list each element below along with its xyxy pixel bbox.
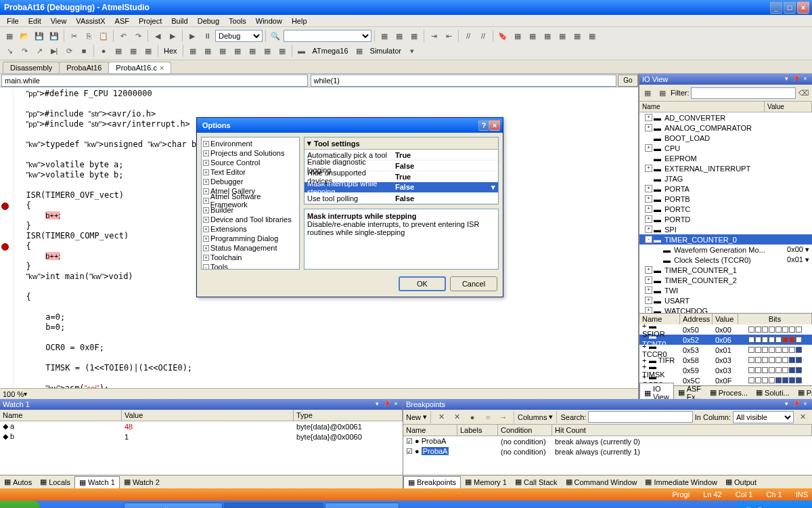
io-tree-node[interactable]: ▬EEPROM — [639, 153, 812, 163]
pin-icon[interactable]: 📌 — [382, 400, 390, 408]
ql-icon[interactable]: ● — [44, 504, 58, 508]
bp-row[interactable]: ☑ ● ProbaA(no condition)break always (cu… — [403, 436, 812, 446]
run-to-cursor-icon[interactable]: ▶| — [47, 44, 61, 58]
menu-file[interactable]: File — [3, 16, 23, 26]
cancel-button[interactable]: Cancel — [450, 276, 497, 291]
config-select[interactable]: Debug — [215, 30, 263, 42]
comment-icon[interactable]: // — [461, 29, 475, 43]
menu-project[interactable]: Project — [135, 16, 166, 26]
options-tree-node[interactable]: +Status Management — [203, 243, 298, 253]
menu-edit[interactable]: Edit — [24, 16, 45, 26]
options-tree-node[interactable]: +Programming Dialog — [203, 234, 298, 243]
io-tree-node[interactable]: +▬WATCHDOG — [639, 305, 812, 313]
tb-icon[interactable]: ▦ — [378, 29, 391, 43]
clear-filter-icon[interactable]: ⌫ — [797, 86, 811, 100]
task-button[interactable]: ▦pusty.jpg - Paint — [325, 503, 399, 508]
filter-icon[interactable]: ▦ — [656, 86, 669, 100]
options-tree-node[interactable]: +Debugger — [203, 177, 298, 186]
register-row[interactable]: +▬ TCCR00x530x01 — [639, 345, 812, 355]
bp-tab[interactable]: ▦Output — [721, 476, 761, 488]
io-tree-node[interactable]: +▬TWI — [639, 285, 812, 295]
step-out-icon[interactable]: ↗ — [32, 44, 46, 58]
breakpoint-dot[interactable] — [1, 203, 9, 210]
zoom-bar[interactable]: 100 % ▾ — [0, 388, 638, 399]
tb-icon[interactable]: ▦ — [112, 44, 125, 58]
watch-tab[interactable]: ▦Autos — [0, 476, 36, 488]
watch-row[interactable]: ◆ a48byte{data}@0x0061 — [0, 421, 403, 431]
bp-col-cond[interactable]: Condition — [498, 425, 552, 436]
io-tree-node[interactable]: +▬ANALOG_COMPARATOR — [639, 123, 812, 133]
filter-input[interactable] — [691, 87, 796, 99]
watch-tab[interactable]: ▦Watch 1 — [74, 476, 120, 488]
ql-icon[interactable]: ● — [89, 504, 102, 508]
io-tree-node[interactable]: ▬JTAG — [639, 173, 812, 184]
io-tab[interactable]: ▦Proces... — [706, 387, 752, 398]
tb-icon[interactable]: ▦ — [585, 29, 599, 43]
io-tab[interactable]: ▦Proper... — [794, 387, 812, 398]
save-all-icon[interactable]: 💾 — [47, 29, 61, 43]
step-over-icon[interactable]: ↷ — [18, 44, 31, 58]
watch-col-value[interactable]: Value — [122, 410, 294, 421]
file-tab[interactable]: Disassembly — [3, 62, 60, 73]
breakpoint-icon[interactable]: ● — [97, 44, 110, 58]
incol-select[interactable]: All visible — [733, 411, 794, 423]
task-button[interactable]: ▦Настройка Atmel Stu... — [124, 503, 223, 508]
dropdown-icon[interactable]: ▾ — [782, 400, 790, 408]
file-tab[interactable]: ProbaAt16.c× — [108, 62, 171, 73]
pause-icon[interactable]: ⏸ — [200, 29, 214, 43]
new-project-icon[interactable]: ▦ — [3, 29, 16, 43]
col-reg-addr[interactable]: Address — [680, 314, 713, 324]
bp-tab[interactable]: ▦Command Window — [562, 476, 641, 488]
delete-icon[interactable]: ✕ — [434, 410, 448, 424]
step-into-icon[interactable]: ↘ — [3, 44, 16, 58]
options-tree-node[interactable]: +Extensions — [203, 224, 298, 234]
clear-icon[interactable]: ✕ — [796, 410, 809, 424]
nav-fwd-icon[interactable]: ▶ — [166, 29, 179, 43]
tb-icon[interactable]: ▦ — [261, 44, 274, 58]
bp-col-labels[interactable]: Labels — [457, 425, 498, 436]
ok-button[interactable]: OK — [399, 276, 446, 291]
sim-icon[interactable]: ▦ — [353, 44, 366, 58]
tb-icon[interactable]: ▦ — [216, 44, 229, 58]
pin-icon[interactable]: 📌 — [792, 75, 800, 83]
filter-icon[interactable]: ▦ — [641, 86, 654, 100]
find-combo[interactable] — [284, 30, 371, 42]
bp-col-name[interactable]: Name — [403, 425, 457, 436]
io-tree-node[interactable]: +▬PORTA — [639, 184, 812, 194]
tb-icon[interactable]: ▦ — [246, 44, 259, 58]
bookmark-icon[interactable]: 🔖 — [496, 29, 510, 43]
io-tree-node[interactable]: ▬BOOT_LOAD — [639, 133, 812, 143]
delete-all-icon[interactable]: ✕ — [450, 410, 464, 424]
menu-tools[interactable]: Tools — [225, 16, 250, 26]
close-icon[interactable]: × — [392, 400, 400, 408]
goto-icon[interactable]: → — [497, 410, 510, 424]
breakpoint-dot[interactable] — [1, 243, 9, 251]
tb-icon[interactable]: ▦ — [231, 44, 244, 58]
io-tree-node[interactable]: -▬TIMER_COUNTER_0 — [639, 234, 812, 245]
bp-tab[interactable]: ▦Breakpoints — [403, 476, 461, 488]
system-tray[interactable]: 🔊 💬 🛡 🖧 20:10 — [738, 501, 812, 508]
options-tree-node[interactable]: +Environment — [203, 139, 298, 148]
io-tree[interactable]: +▬AD_CONVERTER+▬ANALOG_COMPARATOR▬BOOT_L… — [639, 112, 812, 313]
enable-icon[interactable]: ● — [466, 410, 479, 424]
indent-icon[interactable]: ⇥ — [427, 29, 441, 43]
save-icon[interactable]: 💾 — [32, 29, 46, 43]
io-tree-node[interactable]: +▬PORTD — [639, 214, 812, 224]
stop-icon[interactable]: ■ — [77, 44, 91, 58]
nav-scope-combo[interactable]: main.while — [1, 75, 308, 87]
watch-tab[interactable]: ▦Locals — [36, 476, 74, 488]
nav-back-icon[interactable]: ◀ — [151, 29, 164, 43]
task-button[interactable]: ▦ProbaAt16 (Debuggin... — [224, 503, 323, 508]
watch-col-type[interactable]: Type — [294, 410, 403, 421]
io-tree-node[interactable]: +▬SPI — [639, 224, 812, 234]
tb-icon[interactable]: ▦ — [201, 44, 215, 58]
bp-row[interactable]: ☑ ● ProbaA(no condition)break always (cu… — [403, 446, 812, 457]
close-icon[interactable]: × — [801, 75, 809, 83]
open-icon[interactable]: 📂 — [18, 29, 31, 43]
menu-build[interactable]: Build — [167, 16, 191, 26]
io-tree-node[interactable]: +▬PORTC — [639, 204, 812, 214]
menu-view[interactable]: View — [47, 16, 71, 26]
tb-icon[interactable]: ▦ — [127, 44, 140, 58]
gutter[interactable] — [0, 87, 14, 388]
disable-icon[interactable]: ○ — [481, 410, 495, 424]
